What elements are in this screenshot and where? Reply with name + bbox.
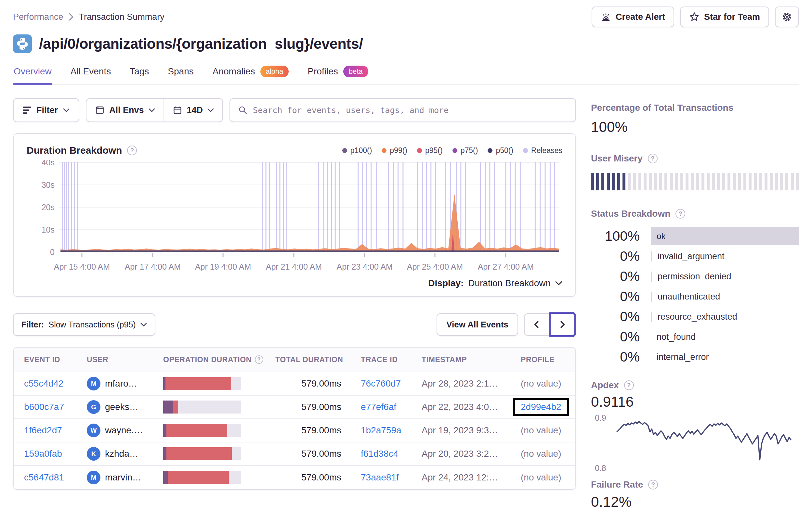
chart-legend: p100()p99()p95()p75()p50()Releases (342, 146, 562, 155)
operation-duration-cell (163, 471, 275, 484)
legend-dot (488, 148, 492, 153)
legend-item-Releases[interactable]: Releases (523, 146, 562, 155)
python-platform-icon (13, 34, 32, 53)
user-cell: Wwayne.… (87, 424, 163, 437)
svg-text:0: 0 (50, 247, 55, 257)
events-toolbar: Filter: Slow Transactions (p95) View All… (13, 312, 576, 337)
operation-duration-cell (163, 447, 275, 460)
column-header-timestamp[interactable]: TIMESTAMP (422, 355, 521, 364)
status-bar-wrap: permission_denied (651, 266, 799, 287)
misery-bar (601, 173, 604, 190)
operation-duration-cell (163, 377, 275, 390)
star-for-team-button[interactable]: Star for Team (680, 6, 769, 27)
star-for-team-label: Star for Team (704, 12, 760, 22)
status-row-invalid_argument: 0%invalid_argument (591, 246, 799, 266)
profile-cell: (no value) (521, 472, 565, 483)
event-id-link[interactable]: b600c7a7 (24, 402, 87, 412)
tab-anomalies[interactable]: Anomaliesalpha (212, 64, 290, 85)
user-cell: Kkzhda… (87, 447, 163, 461)
create-alert-button[interactable]: Create Alert (591, 6, 674, 27)
percent-total-value: 100% (591, 119, 799, 135)
create-alert-label: Create Alert (616, 12, 665, 22)
filter-lines-icon (23, 107, 31, 114)
trace-id-link[interactable]: 73aae81f (361, 472, 422, 483)
misery-bar (764, 173, 767, 190)
filter-dropdown-button[interactable]: Filter (13, 98, 79, 122)
trace-id-link[interactable]: 76c760d7 (361, 379, 422, 389)
event-id-link[interactable]: c55c4d42 (24, 379, 87, 389)
event-id-link[interactable]: 1f6ed2d7 (24, 425, 87, 436)
column-header-profile[interactable]: PROFILE (521, 355, 565, 364)
user-name: wayne.… (105, 425, 143, 436)
calendar-icon (173, 105, 182, 115)
column-header-user[interactable]: USER (87, 355, 163, 364)
previous-page-button[interactable] (524, 313, 549, 336)
misery-bar (680, 173, 683, 190)
operation-duration-cell (163, 400, 275, 414)
help-icon[interactable]: ? (648, 154, 658, 163)
column-header-label: OPERATION DURATION (163, 355, 252, 364)
transaction-summary-page: Performance Transaction Summary Create A… (0, 0, 812, 510)
operation-duration-bar (163, 471, 241, 484)
status-bar-wrap: ok (651, 226, 799, 246)
misery-bar (744, 173, 746, 190)
legend-item-p95[interactable]: p95() (417, 146, 443, 155)
legend-item-p50[interactable]: p50() (488, 146, 513, 155)
tab-spans[interactable]: Spans (167, 64, 194, 85)
table-row: 159a0fabKkzhda…579.00msf61d38c4Apr 20, 2… (13, 443, 575, 466)
misery-bar (707, 173, 709, 190)
user-name: mfaro… (105, 379, 138, 389)
column-header-total-duration[interactable]: TOTAL DURATION (275, 355, 361, 364)
help-icon[interactable]: ? (624, 380, 634, 390)
settings-button[interactable] (775, 6, 799, 27)
tab-profiles[interactable]: Profilesbeta (307, 64, 369, 85)
column-header-operation-duration[interactable]: OPERATION DURATION? (163, 355, 275, 364)
column-header-label: TRACE ID (361, 355, 398, 364)
help-icon[interactable]: ? (255, 355, 263, 364)
svg-text:30s: 30s (41, 180, 55, 189)
legend-item-p75[interactable]: p75() (453, 146, 478, 155)
db-segment (163, 471, 168, 484)
tab-overview[interactable]: Overview (13, 64, 52, 85)
misery-bar (607, 173, 610, 190)
svg-text:Apr 15 4:00 AM: Apr 15 4:00 AM (54, 262, 110, 271)
environment-selector[interactable]: All Envs (86, 99, 164, 121)
tab-tags[interactable]: Tags (129, 64, 149, 85)
status-label: not_found (651, 332, 799, 342)
date-range-selector[interactable]: 14D (164, 99, 223, 121)
search-input[interactable] (253, 106, 568, 115)
trace-id-link[interactable]: f61d38c4 (361, 449, 422, 459)
display-dropdown[interactable]: Display: Duration Breakdown (27, 278, 562, 289)
breadcrumb-performance[interactable]: Performance (13, 12, 63, 22)
status-label: unauthenticated (651, 292, 799, 302)
legend-dot (417, 148, 422, 153)
profile-cell: (no value) (521, 379, 565, 389)
event-id-link[interactable]: c5647d81 (24, 472, 87, 483)
total-duration-cell: 579.00ms (275, 379, 361, 389)
status-bar-wrap: resource_exhausted (651, 307, 799, 327)
beta-badge: beta (343, 66, 368, 77)
column-header-label: EVENT ID (24, 355, 60, 364)
help-icon[interactable]: ? (648, 480, 658, 489)
help-icon[interactable]: ? (675, 209, 685, 219)
profile-link[interactable]: 2d99e4b2 (521, 402, 561, 412)
operation-duration-bar (163, 377, 241, 390)
trace-id-link[interactable]: 1b2a759a (361, 425, 422, 436)
event-id-link[interactable]: 159a0fab (24, 449, 87, 459)
chevron-down-icon (149, 108, 155, 112)
trace-id-link[interactable]: e77ef6af (361, 402, 422, 412)
events-toolbar-right: View All Events (437, 312, 576, 337)
filter-label: Filter (36, 105, 58, 115)
legend-item-p100[interactable]: p100() (342, 146, 372, 155)
help-icon[interactable]: ? (127, 146, 137, 155)
view-all-events-button[interactable]: View All Events (437, 313, 518, 336)
misery-bar (733, 173, 736, 190)
legend-item-p99[interactable]: p99() (382, 146, 407, 155)
transactions-filter-dropdown[interactable]: Filter: Slow Transactions (p95) (13, 313, 155, 336)
tab-all-events[interactable]: All Events (70, 64, 112, 85)
column-header-trace-id[interactable]: TRACE ID (361, 355, 422, 364)
next-page-button[interactable] (549, 312, 576, 337)
column-header-event-id[interactable]: EVENT ID (24, 355, 87, 364)
misery-bar (622, 173, 626, 190)
environment-value: All Envs (109, 105, 144, 115)
